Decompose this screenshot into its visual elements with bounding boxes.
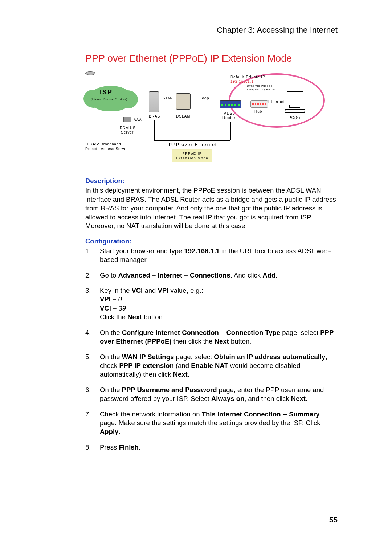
t: button. xyxy=(229,337,252,345)
pc-monitor xyxy=(287,91,303,104)
pppoe-box-l2: Extension Mode xyxy=(176,156,208,160)
configuration-heading: Configuration: xyxy=(85,237,338,246)
bracket xyxy=(154,140,230,141)
radius-l2: Server xyxy=(121,130,134,134)
step-4: On the Configure Internet Connection – C… xyxy=(85,328,338,353)
summary-bold: This Internet Connection -- Summary xyxy=(202,410,320,418)
radius-l1: RDAIUS xyxy=(120,126,136,130)
vci-value-italic: 39 xyxy=(118,304,126,312)
t: Check the network information on xyxy=(100,410,202,418)
t: . xyxy=(188,370,189,378)
pc-label: PC(S) xyxy=(289,116,300,120)
aaa-server-top xyxy=(85,71,95,75)
aaa-label: AAA xyxy=(134,118,142,122)
t: On the xyxy=(100,386,122,394)
chapter-header: Chapter 3: Accessing the Internet xyxy=(56,25,338,35)
bras-label: BRAS xyxy=(149,114,160,118)
vpi-value-italic: 0 xyxy=(118,295,122,303)
t: Press xyxy=(100,443,119,451)
menu-path-bold: Advanced – Internet – Connections xyxy=(118,271,230,279)
step-1: Start your browser and type 192.168.1.1 … xyxy=(85,247,338,271)
t: page, select xyxy=(174,353,214,361)
step-8: Press Finish. xyxy=(85,443,338,458)
aaa-server xyxy=(123,117,131,122)
isp-label: ISP xyxy=(100,89,113,96)
t: . xyxy=(275,271,277,279)
ppp-cred-bold: PPP Username and Password xyxy=(122,386,217,394)
obtain-ip-bold: Obtain an IP address automatically xyxy=(214,353,325,361)
wire xyxy=(241,104,250,104)
bras-note-l1: *BRAS: Broadband xyxy=(85,142,121,146)
t: Key in the xyxy=(100,287,131,294)
description-text: In this deployment environment, the PPPo… xyxy=(85,186,338,230)
bras-device xyxy=(149,91,159,112)
wire xyxy=(132,100,149,100)
next-bold: Next xyxy=(127,313,142,321)
bracket xyxy=(154,120,155,140)
pppoe-mode-box: PPPoE IP Extension Mode xyxy=(172,149,212,162)
t: and xyxy=(143,287,158,294)
configuration-steps: Start your browser and type 192.168.1.1 … xyxy=(85,247,338,458)
vpi-label-bold: VPI – xyxy=(100,295,118,303)
ip-bold: 192.168.1.1 xyxy=(184,247,220,255)
step-5: On the WAN IP Settings page, select Obta… xyxy=(85,353,338,386)
t: . xyxy=(306,395,307,402)
footer-rule xyxy=(56,512,338,512)
ethernet-label: Ethernet xyxy=(268,100,285,104)
finish-bold: Finish xyxy=(119,443,138,451)
vpi-bold: VPI xyxy=(158,287,168,294)
step-3: Key in the VCI and VPI value, e.g.: VPI … xyxy=(85,286,338,328)
t: On the xyxy=(100,353,122,361)
header-rule xyxy=(56,38,338,38)
wire xyxy=(127,106,127,115)
t: value, e.g.: xyxy=(168,287,203,294)
page-number: 55 xyxy=(329,516,338,524)
t: Click the xyxy=(100,313,127,321)
hub-label: Hub xyxy=(254,110,262,114)
hub-leds xyxy=(252,103,266,105)
enable-nat-bold: Enable NAT xyxy=(191,362,228,369)
bras-note-l2: Remote Access Server xyxy=(85,147,128,151)
wan-ip-bold: WAN IP Settings xyxy=(122,353,174,361)
t: (and xyxy=(174,362,191,369)
connection-type-bold: Configure Internet Connection – Connecti… xyxy=(122,329,280,336)
t: On the xyxy=(100,329,122,336)
t: page. Make sure the settings match the s… xyxy=(100,419,320,427)
network-diagram: ISP (Internet Service Provider) STM-1 Lo… xyxy=(85,71,332,166)
section-title: PPP over Ethernet (PPPoE) IP Extension M… xyxy=(85,53,338,64)
vci-bold: VCI xyxy=(131,287,143,294)
ppp-over-ethernet-label: PPP over Ethernet xyxy=(169,142,217,147)
dynamic-ip-l1: Dynamic Public IP xyxy=(247,84,275,87)
adsl-label-l1: ADSL xyxy=(224,111,235,115)
t: . xyxy=(118,428,120,435)
t: then click the xyxy=(171,337,214,345)
step-2: Go to Advanced – Internet – Connections.… xyxy=(85,271,338,286)
dslam-device xyxy=(176,93,191,110)
t: , and then click xyxy=(244,395,291,402)
t: button. xyxy=(142,313,164,321)
always-on-bold: Always on xyxy=(211,395,245,402)
t: . xyxy=(139,443,140,451)
dynamic-ip-l2: assigned by BRAS xyxy=(247,88,275,91)
adsl-label-l2: Router xyxy=(222,116,236,120)
t: . And click xyxy=(230,271,262,279)
isp-sublabel: (Internet Service Provider) xyxy=(91,98,127,101)
stm-label: STM-1 xyxy=(163,96,175,100)
pppoe-box-l1: PPPoE IP xyxy=(182,151,202,155)
dslam-label: DSLAM xyxy=(176,114,190,118)
next-bold: Next xyxy=(291,395,306,402)
step-7: Check the network information on This In… xyxy=(85,410,338,443)
wire xyxy=(268,104,286,104)
apply-bold: Apply xyxy=(100,428,118,435)
default-ip-label: Default Private IP xyxy=(230,75,265,79)
ppp-ip-ext-bold: PPP IP extension xyxy=(119,362,173,369)
bracket xyxy=(230,122,231,140)
t: Start your browser and type xyxy=(100,247,184,255)
description-heading: Description: xyxy=(85,177,338,185)
loop-label: Loop xyxy=(200,96,209,100)
next-bold: Next xyxy=(215,337,229,345)
add-bold: Add xyxy=(262,271,275,279)
step-6: On the PPP Username and Password page, e… xyxy=(85,386,338,410)
next-bold: Next xyxy=(173,370,188,378)
adsl-leds xyxy=(221,104,240,106)
